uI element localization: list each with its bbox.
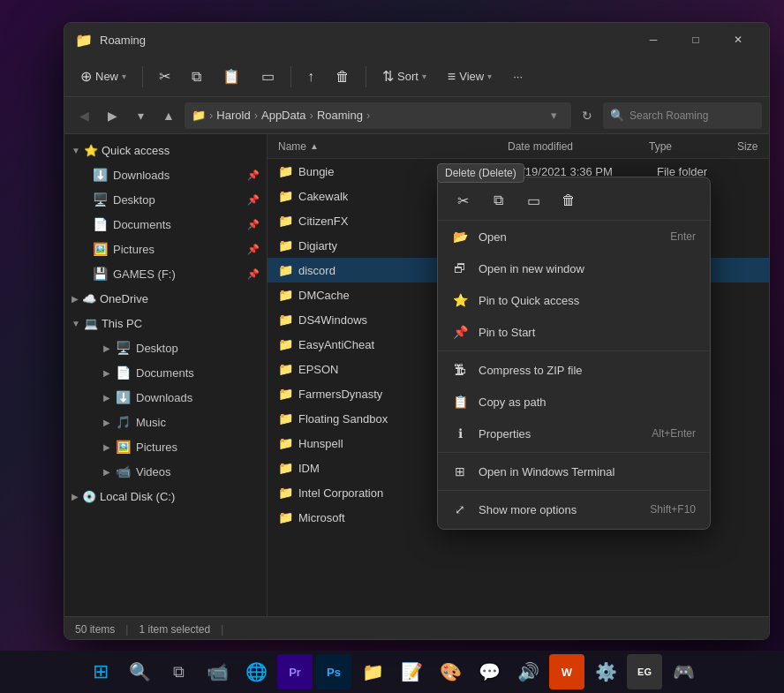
sidebar-item-label: Documents xyxy=(136,366,194,380)
path-part-appdata: AppData xyxy=(261,109,306,122)
taskbar-color-app[interactable]: 🎨 xyxy=(433,654,468,689)
rename-button[interactable]: ▭ xyxy=(253,63,283,91)
col-size-header[interactable]: Size xyxy=(737,140,758,153)
ctx-show-more[interactable]: ⤢ Show more options Shift+F10 xyxy=(438,493,710,525)
folder-icon: 📁 xyxy=(278,510,293,524)
sidebar-section-quick-access[interactable]: ▼ ⭐ Quick access xyxy=(64,138,267,162)
sidebar-item-music-pc[interactable]: ▶ 🎵 Music xyxy=(64,410,267,434)
taskbar-task-view[interactable]: ⧉ xyxy=(161,654,196,689)
ctx-open-terminal[interactable]: ⊞ Open in Windows Terminal xyxy=(438,456,710,487)
ctx-copy-path[interactable]: 📋 Copy as path xyxy=(438,386,710,418)
up-button[interactable]: ▲ xyxy=(156,103,181,128)
compress-zip-icon: 🗜 xyxy=(452,362,468,378)
taskbar-photoshop[interactable]: Ps xyxy=(316,654,351,689)
copy-button[interactable]: ⧉ xyxy=(183,63,210,91)
paste-button[interactable]: 📋 xyxy=(214,63,249,91)
taskbar-settings[interactable]: ⚙️ xyxy=(588,654,623,689)
path-part-roaming: Roaming xyxy=(317,109,363,122)
sidebar-item-documents-quick[interactable]: 📄 Documents 📌 xyxy=(64,212,267,237)
sidebar-section-onedrive[interactable]: ▶ ☁️ OneDrive xyxy=(64,286,267,311)
ctx-open-new-window[interactable]: 🗗 Open in new window xyxy=(438,252,710,284)
taskbar-xbox[interactable]: 🎮 xyxy=(666,654,701,689)
ctx-separator-2 xyxy=(438,452,710,453)
sidebar-item-label: Desktop xyxy=(113,193,155,207)
path-dropdown-button[interactable]: ▾ xyxy=(543,103,564,128)
delete-button[interactable]: 🗑 xyxy=(327,63,358,91)
sidebar-item-label: Documents xyxy=(113,218,171,231)
taskbar-office[interactable]: W xyxy=(549,654,584,689)
ctx-open[interactable]: 📂 Open Enter xyxy=(438,221,710,252)
context-menu: ✂ ⧉ ▭ 🗑 📂 Open Enter 🗗 Open in new windo… xyxy=(437,177,711,530)
desktop-icon: 🖥️ xyxy=(93,192,108,207)
sidebar-item-downloads-quick[interactable]: ⬇️ Downloads 📌 xyxy=(64,162,267,187)
address-path[interactable]: 📁 › Harold › AppData › Roaming › ▾ xyxy=(185,102,571,129)
folder-icon: 📁 xyxy=(278,189,293,203)
item-count: 50 items xyxy=(75,623,115,636)
taskbar-teams[interactable]: 📹 xyxy=(200,654,235,689)
col-name-header[interactable]: Name ▲ xyxy=(278,140,508,153)
documents-icon: 📄 xyxy=(93,217,108,231)
col-date-header[interactable]: Date modified xyxy=(508,140,649,153)
toolbar: ⊕ New ▾ ✂ ⧉ 📋 ▭ ↑ 🗑 ⇅ Sort ▾ ≡ View ▾ ··… xyxy=(64,56,769,97)
share-button[interactable]: ↑ xyxy=(298,63,323,91)
pin-start-icon: 📌 xyxy=(452,324,468,340)
search-placeholder: Search Roaming xyxy=(629,109,708,122)
copy-icon: ⧉ xyxy=(192,69,201,85)
new-button[interactable]: ⊕ New ▾ xyxy=(72,63,135,91)
expand-icon: ▶ xyxy=(103,418,110,427)
sidebar-item-videos-pc[interactable]: ▶ 📹 Videos xyxy=(64,459,267,484)
sidebar-item-games-quick[interactable]: 💾 GAMES (F:) 📌 xyxy=(64,261,267,286)
quick-access-star-icon: ⭐ xyxy=(84,144,98,157)
back-button[interactable]: ◀ xyxy=(72,103,96,128)
ctx-properties[interactable]: ℹ Properties Alt+Enter xyxy=(438,418,710,449)
maximize-button[interactable]: □ xyxy=(675,26,716,54)
local-disk-chevron: ▶ xyxy=(72,492,79,501)
ctx-delete-button[interactable]: 🗑 xyxy=(554,186,583,215)
more-button[interactable]: ··· xyxy=(504,63,531,91)
folder-icon: 📁 xyxy=(278,337,293,351)
folder-icon: 📁 xyxy=(278,263,293,277)
taskbar-premiere[interactable]: Pr xyxy=(277,654,313,689)
sidebar-item-pictures-pc[interactable]: ▶ 🖼️ Pictures xyxy=(64,434,267,459)
minimize-button[interactable]: ─ xyxy=(633,26,674,54)
search-box[interactable]: 🔍 Search Roaming xyxy=(603,102,762,129)
col-type-header[interactable]: Type xyxy=(649,140,737,153)
taskbar-file-explorer[interactable]: 📁 xyxy=(355,654,390,689)
sidebar: ▼ ⭐ Quick access ⬇️ Downloads 📌 🖥️ Deskt… xyxy=(64,134,268,616)
view-button[interactable]: ≡ View ▾ xyxy=(439,63,501,91)
taskbar-search[interactable]: 🔍 xyxy=(122,654,157,689)
sidebar-item-documents-pc[interactable]: ▶ 📄 Documents xyxy=(64,360,267,385)
taskbar-windows-start[interactable]: ⊞ xyxy=(83,654,118,689)
ctx-paste-button[interactable]: ▭ xyxy=(519,186,547,215)
pin-icon: 📌 xyxy=(247,219,260,230)
folder-icon: 📁 xyxy=(278,387,293,401)
ctx-copy-button[interactable]: ⧉ xyxy=(484,186,512,215)
sidebar-item-desktop-pc[interactable]: ▶ 🖥️ Desktop xyxy=(64,335,267,360)
ctx-cut-button[interactable]: ✂ xyxy=(449,186,477,215)
sidebar-item-pictures-quick[interactable]: 🖼️ Pictures 📌 xyxy=(64,237,267,261)
ctx-compress-zip-label: Compress to ZIP file xyxy=(479,364,696,377)
properties-icon: ℹ xyxy=(452,426,468,441)
taskbar-notepad[interactable]: 📝 xyxy=(394,654,429,689)
forward-button[interactable]: ▶ xyxy=(100,103,124,128)
ctx-compress-zip[interactable]: 🗜 Compress to ZIP file xyxy=(438,354,710,386)
sidebar-section-local-disk[interactable]: ▶ 💿 Local Disk (C:) xyxy=(64,484,267,508)
taskbar-slack[interactable]: 💬 xyxy=(471,654,507,689)
sidebar-item-desktop-quick[interactable]: 🖥️ Desktop 📌 xyxy=(64,187,267,212)
taskbar-chrome[interactable]: 🌐 xyxy=(238,654,274,689)
recent-locations-button[interactable]: ▾ xyxy=(128,103,153,128)
refresh-button[interactable]: ↻ xyxy=(575,103,599,128)
taskbar-epic[interactable]: EG xyxy=(627,654,662,689)
close-button[interactable]: ✕ xyxy=(718,26,758,54)
folder-icon: 📁 xyxy=(278,238,293,252)
sidebar-item-label: Downloads xyxy=(113,169,170,182)
sort-button[interactable]: ⇅ Sort ▾ xyxy=(373,63,435,91)
ctx-pin-start[interactable]: 📌 Pin to Start xyxy=(438,316,710,348)
cut-button[interactable]: ✂ xyxy=(150,63,179,91)
paste-icon: 📋 xyxy=(222,68,240,85)
onedrive-chevron: ▶ xyxy=(72,294,79,304)
sidebar-section-this-pc[interactable]: ▼ 💻 This PC xyxy=(64,311,267,335)
sidebar-item-downloads-pc[interactable]: ▶ ⬇️ Downloads xyxy=(64,385,267,410)
ctx-pin-quick-access[interactable]: ⭐ Pin to Quick access xyxy=(438,284,710,316)
taskbar-audio[interactable]: 🔊 xyxy=(510,654,546,689)
